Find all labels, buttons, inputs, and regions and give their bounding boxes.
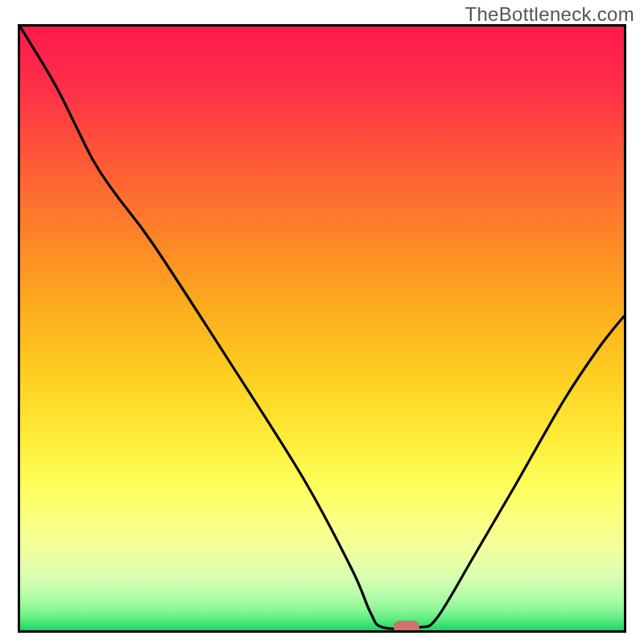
chart-curve-svg <box>20 27 624 630</box>
watermark-text: TheBottleneck.com <box>464 3 634 26</box>
optimal-point-marker <box>394 621 419 633</box>
chart-area <box>18 24 626 633</box>
bottleneck-curve-path <box>20 27 624 629</box>
